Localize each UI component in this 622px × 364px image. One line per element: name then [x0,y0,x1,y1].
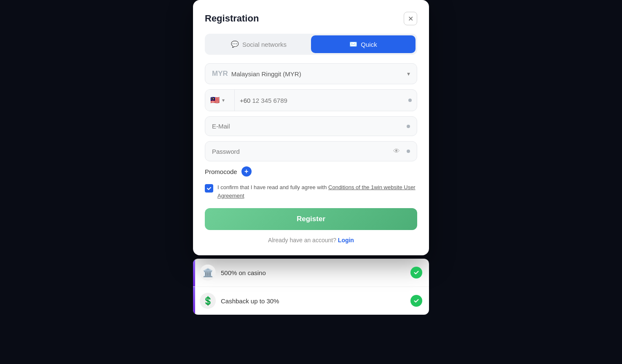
currency-name: Malaysian Ringgit (MYR) [231,70,301,78]
login-link[interactable]: Login [338,237,354,244]
phone-input[interactable] [252,97,400,104]
password-input[interactable] [212,148,393,155]
currency-label: MYR Malaysian Ringgit (MYR) [212,70,301,78]
promocode-label: Promocode [205,168,237,175]
phone-prefix: +60 [240,97,250,104]
agreement-checkbox[interactable] [205,184,213,193]
agreement-row: I confirm that I have read and fully agr… [205,183,417,200]
modal-title: Registration [205,13,259,24]
modal-container: Registration ✕ 💬 Social networks ✉️ Quic… [193,0,429,315]
country-chevron-icon: ▾ [222,97,225,103]
quick-icon: ✉️ [349,40,357,48]
phone-field: 🇲🇾 ▾ +60 [205,89,417,111]
login-row: Already have an account? Login [205,237,417,244]
social-icon: 💬 [231,40,239,48]
promo-cashback-icon: 💲 [200,293,216,309]
password-icons: 👁 [393,147,410,155]
agreement-text: I confirm that I have read and fully agr… [217,183,417,200]
tab-switcher: 💬 Social networks ✉️ Quick [205,34,417,55]
eye-toggle-icon[interactable]: 👁 [393,147,400,155]
promo-item-casino: 🏛️ 500% on casino [193,259,429,287]
agreement-link[interactable]: Conditions of the 1win website User Agre… [217,184,416,199]
add-promocode-button[interactable]: + [241,166,252,177]
promo-cashback-text: Cashback up to 30% [221,297,410,305]
promo-casino-text: 500% on casino [221,269,410,276]
promo-casino-icon: 🏛️ [200,265,216,281]
email-input[interactable] [212,123,403,130]
checkmark-icon [206,186,212,191]
modal-header: Registration ✕ [205,12,417,25]
email-required-dot [407,125,410,128]
promo-banner: 🏛️ 500% on casino 💲 Cashback up to 30% [193,259,429,315]
promo-item-cashback: 💲 Cashback up to 30% [193,287,429,315]
close-button[interactable]: ✕ [404,12,417,25]
already-account-text: Already have an account? [268,237,336,244]
tab-social[interactable]: 💬 Social networks [206,35,311,53]
tab-quick[interactable]: ✉️ Quick [311,35,416,53]
password-required-dot [407,150,410,153]
chevron-down-icon: ▾ [407,70,410,77]
close-icon: ✕ [408,15,413,23]
promo-casino-check [410,267,422,278]
registration-modal: Registration ✕ 💬 Social networks ✉️ Quic… [193,0,429,255]
currency-code: MYR [212,70,228,78]
promocode-row: Promocode + [205,166,417,177]
plus-icon: + [244,168,248,175]
phone-required-dot [408,99,412,102]
promo-cashback-check [410,295,422,307]
email-field-row [205,116,417,136]
check-icon [413,270,419,276]
tab-social-label: Social networks [242,41,287,48]
currency-select[interactable]: MYR Malaysian Ringgit (MYR) ▾ [205,63,417,84]
country-selector[interactable]: 🇲🇾 ▾ [205,90,235,111]
tab-quick-label: Quick [361,41,377,48]
phone-input-wrapper: +60 [235,97,405,104]
check-icon-2 [413,298,419,304]
register-button[interactable]: Register [205,208,417,230]
flag-icon: 🇲🇾 [210,96,220,105]
password-field-row: 👁 [205,141,417,161]
